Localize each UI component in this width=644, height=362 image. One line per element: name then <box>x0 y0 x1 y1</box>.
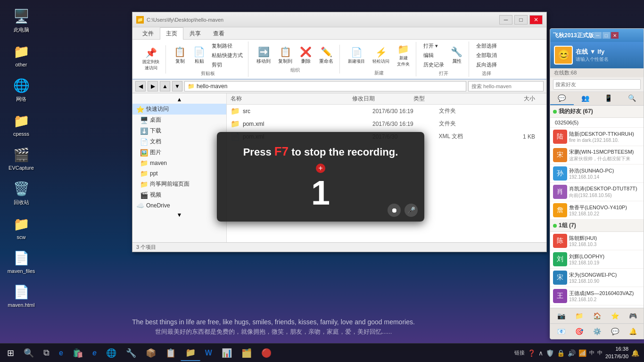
qq-btn-home[interactable]: 🏠 <box>591 310 603 321</box>
desktop-icon-evcapture[interactable]: 🎬 EVCapture <box>5 143 38 173</box>
qq-btn-mail[interactable]: 📧 <box>555 326 567 337</box>
forward-button[interactable]: ▶ <box>148 81 158 91</box>
qq-tab-apps[interactable]: 📱 <box>597 92 620 105</box>
taskbar-notification-icon[interactable]: 🔔 <box>631 349 639 357</box>
sidebar-item-quickaccess[interactable]: ⭐ 快速访问 <box>132 104 226 115</box>
taskbar-edge-button[interactable]: e <box>88 345 101 361</box>
recent-button[interactable]: ▼ <box>172 81 182 91</box>
list-item[interactable]: 宋 宋为(SONGWEI-PC) 192.168.10.90 <box>550 269 644 287</box>
start-button[interactable]: ⊞ <box>2 345 19 362</box>
desktop-icon-recycle[interactable]: 🗑️ 回收站 <box>5 177 38 208</box>
qq-btn-notify[interactable]: 🔔 <box>627 326 638 337</box>
list-item[interactable]: 032506(5) <box>550 118 644 128</box>
list-item[interactable]: 陈 陈朝辉(HUI) 192.168.10.3 <box>550 232 644 250</box>
history-button[interactable]: 历史记录 <box>421 60 446 69</box>
sidebar-item-onedrive[interactable]: ☁️ OneDrive <box>132 200 226 211</box>
desktop-icon-network[interactable]: 🌐 网络 <box>5 74 38 105</box>
taskbar-clock[interactable]: 16:38 2017/6/30 <box>605 346 628 360</box>
rename-button[interactable]: ✏️ 重命名 <box>316 45 337 66</box>
list-item[interactable]: 陆 陆新(DESKTOP-TTKHRUH) fire in dark.(192.… <box>550 128 644 146</box>
address-path[interactable]: 📁 hello-maven <box>184 81 466 91</box>
taskbar-vpn-icon[interactable]: 🔒 <box>557 349 565 357</box>
table-row[interactable]: 📁 src 2017/6/30 16:19 文件夹 <box>227 105 546 117</box>
select-none-button[interactable]: 全部取消 <box>474 51 499 60</box>
list-item[interactable]: 刘 刘辉(LOOPHY) 192.168.10.19 <box>550 250 644 269</box>
qq-search-input[interactable] <box>553 79 641 90</box>
copy-path-button[interactable]: 复制路径 <box>209 41 245 50</box>
list-item[interactable]: 宋 宋鹏(WIN-1SMCPBTEESM) 这家伙很帅，什么都没留下来 <box>550 146 644 165</box>
paste-shortcut-button[interactable]: 粘贴快捷方式 <box>209 51 245 60</box>
taskbar-chrome-button[interactable]: 🌐 <box>101 345 121 361</box>
qq-tab-search[interactable]: 🔍 <box>620 92 644 105</box>
maximize-button[interactable]: □ <box>514 15 528 25</box>
qq-group-2[interactable]: 1组 (7) <box>550 220 644 232</box>
list-item[interactable]: 王 王德成(MS—20160403VAZ) 192.168.10.2 <box>550 287 644 305</box>
copy-button[interactable]: 📋 复制 <box>171 45 189 66</box>
list-item[interactable]: 詹 詹香平(LENOVO-Y410P) 192.168.10.22 <box>550 201 644 220</box>
table-row[interactable]: 📁 pom.xml 2017/6/30 16:19 文件夹 <box>227 117 546 130</box>
close-button[interactable]: ✕ <box>529 15 543 25</box>
move-to-button[interactable]: ➡️ 移动到 <box>253 45 274 66</box>
tab-view[interactable]: 查看 <box>207 27 231 40</box>
qq-btn-settings[interactable]: ⚙️ <box>591 326 603 337</box>
qq-tab-chat[interactable]: 💬 <box>550 92 574 105</box>
sidebar-item-ppt[interactable]: 📁 ppt <box>132 168 226 179</box>
select-all-button[interactable]: 全部选择 <box>474 41 499 50</box>
taskbar-network-icon[interactable]: 📶 <box>578 349 586 357</box>
taskbar-search-button[interactable]: 🔍 <box>19 345 39 361</box>
desktop-icon-scw[interactable]: 📁 scw <box>5 213 38 242</box>
new-item-button[interactable]: 📄 新建项目 <box>345 45 368 66</box>
qq-btn-folder[interactable]: 📁 <box>573 310 585 321</box>
sidebar-item-shangzheng[interactable]: 📁 尚筝网前端页面 <box>132 179 226 189</box>
qq-minimize-button[interactable]: ─ <box>594 32 602 39</box>
new-folder-button[interactable]: 📁 新建文件夹 <box>394 42 413 69</box>
sidebar-scroll-down[interactable]: ▼ <box>132 211 226 219</box>
edit-button[interactable]: 编辑 <box>421 51 446 60</box>
paste-button[interactable]: 📄 粘贴 <box>190 45 208 66</box>
record-stop-button[interactable]: ⏺ <box>388 204 401 217</box>
back-button[interactable]: ◀ <box>135 81 146 91</box>
taskbar-explorer-button[interactable]: 📁 <box>181 345 200 361</box>
cut-button[interactable]: 剪切 <box>209 60 245 69</box>
desktop-icon-other[interactable]: 📁 other <box>5 40 38 69</box>
delete-button[interactable]: ❌ 删除 <box>297 45 315 66</box>
list-item[interactable]: 孙 孙浩(SUNHAO-PC) 192.168.10.14 <box>550 165 644 183</box>
qq-btn-game[interactable]: 🎮 <box>627 310 638 321</box>
search-input[interactable] <box>468 81 544 91</box>
taskbar-help-icon[interactable]: ❓ <box>528 349 536 357</box>
up-button[interactable]: ▲ <box>160 81 170 91</box>
qq-tab-contacts[interactable]: 👥 <box>574 92 597 105</box>
taskbar-app2-button[interactable]: 📦 <box>141 345 161 361</box>
taskbar-up-arrow-icon[interactable]: ∧ <box>538 349 543 357</box>
invert-select-button[interactable]: 反向选择 <box>474 60 499 69</box>
easy-access-button[interactable]: ⚡ 轻松访问 <box>369 45 393 66</box>
taskbar-speaker-icon[interactable]: 🔊 <box>568 349 576 357</box>
sidebar-item-video[interactable]: 🎬 视频 <box>132 189 226 200</box>
desktop-icon-maven-html[interactable]: 📄 maven.html <box>5 280 38 310</box>
taskbar-app3-button[interactable]: 📋 <box>161 345 181 361</box>
mic-button[interactable]: 🎤 <box>405 204 418 217</box>
sidebar-item-documents[interactable]: 📄 文档 <box>132 136 226 147</box>
tab-share[interactable]: 共享 <box>183 27 207 40</box>
copy-to-button[interactable]: 📋 复制到 <box>275 45 296 66</box>
properties-button[interactable]: 🔧 属性 <box>447 45 466 66</box>
qq-btn-photo[interactable]: 📷 <box>555 310 567 321</box>
qq-btn-star[interactable]: ⭐ <box>609 310 620 321</box>
tab-home[interactable]: 主页 <box>160 27 183 40</box>
taskbar-app7-button[interactable]: 🔴 <box>256 345 276 361</box>
sidebar-item-pictures[interactable]: 🖼️ 图片 <box>132 147 226 158</box>
qq-btn-chat[interactable]: 💬 <box>609 326 620 337</box>
minimize-button[interactable]: ─ <box>499 15 512 25</box>
qq-group-friends[interactable]: 我的好友 (67) <box>550 106 644 118</box>
sidebar-item-downloads[interactable]: ⬇️ 下载 <box>132 125 226 136</box>
taskbar-word-button[interactable]: W <box>200 345 217 361</box>
sidebar-scroll-up[interactable]: ▲ <box>132 95 226 104</box>
desktop-icon-computer[interactable]: 🖥️ 此电脑 <box>5 5 38 35</box>
taskbar-store-button[interactable]: 🛍️ <box>68 345 88 361</box>
qq-btn-target[interactable]: 🎯 <box>573 326 585 337</box>
desktop-icon-cpesss[interactable]: 📁 cpesss <box>5 109 38 139</box>
taskbar-app1-button[interactable]: 🔧 <box>121 345 141 361</box>
taskbar-shield-icon[interactable]: 🛡️ <box>546 349 554 357</box>
tab-file[interactable]: 文件 <box>136 27 160 40</box>
taskbar-ppt-button[interactable]: 📊 <box>217 345 237 361</box>
